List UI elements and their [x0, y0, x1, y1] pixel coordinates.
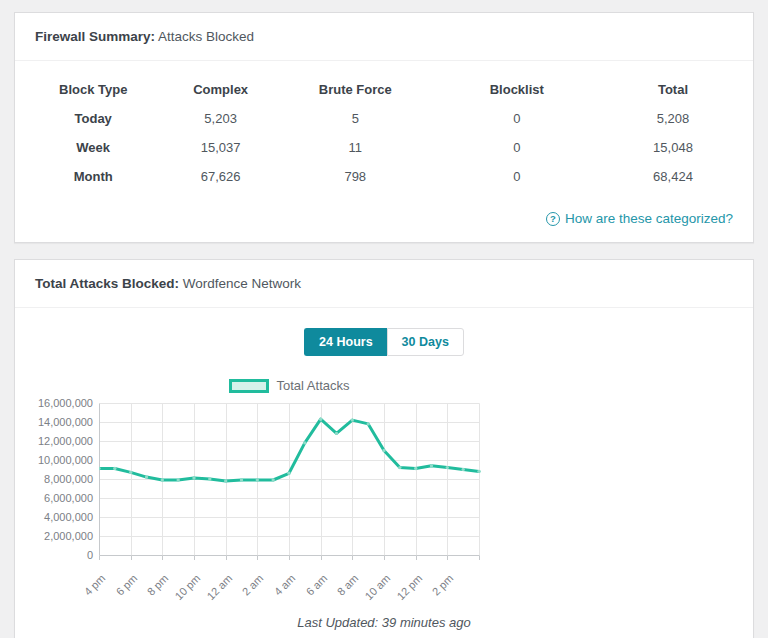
x-tick-label: 4 am: [259, 572, 297, 610]
y-tick-label: 10,000,000: [38, 454, 93, 466]
question-circle-icon: ?: [546, 212, 560, 226]
y-tick-label: 12,000,000: [38, 435, 93, 447]
last-updated-text: Last Updated: 39 minutes ago: [15, 615, 753, 630]
total-attacks-header: Total Attacks Blocked: Wordfence Network: [15, 260, 753, 308]
summary-table: Block TypeComplexBrute ForceBlocklistTot…: [25, 75, 743, 191]
summary-table-head-row: Block TypeComplexBrute ForceBlocklistTot…: [25, 75, 743, 104]
how-categorized-label: How are these categorized?: [565, 211, 733, 226]
firewall-summary-header: Firewall Summary: Attacks Blocked: [15, 13, 753, 61]
range-button-24-hours[interactable]: 24 Hours: [304, 328, 387, 356]
y-tick-label: 2,000,000: [44, 530, 93, 542]
x-tick-label: 2 am: [228, 572, 266, 610]
total-attacks-subtitle: Wordfence Network: [179, 276, 301, 291]
table-row: Month67,626798068,424: [25, 162, 743, 191]
help-row: ? How are these categorized?: [15, 193, 753, 242]
table-row: Week15,03711015,048: [25, 133, 743, 162]
y-tick-label: 6,000,000: [44, 492, 93, 504]
cell-value: 5,208: [603, 104, 743, 133]
cell-value: 11: [280, 133, 431, 162]
x-tick-label: 8 am: [323, 572, 361, 610]
firewall-summary-panel: Firewall Summary: Attacks Blocked Block …: [14, 12, 754, 243]
x-tick-label: 2 pm: [418, 572, 456, 610]
row-label: Week: [25, 133, 161, 162]
cell-value: 5: [280, 104, 431, 133]
y-tick-label: 4,000,000: [44, 511, 93, 523]
x-tick-label: 6 pm: [101, 572, 139, 610]
column-header: Complex: [161, 75, 279, 104]
column-header: Total: [603, 75, 743, 104]
firewall-summary-title: Firewall Summary:: [35, 29, 155, 44]
how-categorized-link[interactable]: ? How are these categorized?: [546, 211, 733, 226]
x-tick-label: 12 pm: [386, 572, 424, 610]
column-header: Blocklist: [431, 75, 603, 104]
x-tick-label: 10 am: [354, 572, 392, 610]
legend-label: Total Attacks: [277, 378, 350, 393]
x-tick-label: 6 am: [291, 572, 329, 610]
cell-value: 0: [431, 162, 603, 191]
firewall-summary-subtitle: Attacks Blocked: [155, 29, 254, 44]
y-tick-label: 8,000,000: [44, 473, 93, 485]
x-axis-labels: 4 pm6 pm8 pm10 pm12 am2 am4 am6 am8 am10…: [99, 565, 479, 611]
cell-value: 0: [431, 104, 603, 133]
x-tick-label: 8 pm: [133, 572, 171, 610]
cell-value: 67,626: [161, 162, 279, 191]
y-tick-label: 14,000,000: [38, 416, 93, 428]
row-label: Today: [25, 104, 161, 133]
cell-value: 798: [280, 162, 431, 191]
cell-value: 68,424: [603, 162, 743, 191]
x-tick-label: 4 pm: [69, 572, 107, 610]
legend-swatch: [229, 379, 269, 393]
y-axis-labels: 16,000,00014,000,00012,000,00010,000,000…: [27, 403, 99, 555]
range-button-30-days[interactable]: 30 Days: [387, 328, 464, 356]
y-tick-label: 0: [87, 549, 93, 561]
row-label: Month: [25, 162, 161, 191]
cell-value: 15,048: [603, 133, 743, 162]
cell-value: 0: [431, 133, 603, 162]
cell-value: 15,037: [161, 133, 279, 162]
plot-area: [99, 403, 481, 565]
range-toggle: 24 Hours30 Days: [15, 328, 753, 356]
attacks-chart: Total Attacks 16,000,00014,000,00012,000…: [27, 378, 753, 611]
summary-table-wrap: Block TypeComplexBrute ForceBlocklistTot…: [15, 61, 753, 193]
total-attacks-panel: Total Attacks Blocked: Wordfence Network…: [14, 259, 754, 638]
table-row: Today5,203505,208: [25, 104, 743, 133]
x-tick-label: 12 am: [196, 572, 234, 610]
chart-legend: Total Attacks: [99, 378, 479, 393]
y-tick-label: 16,000,000: [38, 397, 93, 409]
cell-value: 5,203: [161, 104, 279, 133]
total-attacks-title: Total Attacks Blocked:: [35, 276, 179, 291]
column-header: Block Type: [25, 75, 161, 104]
summary-table-body: Today5,203505,208Week15,03711015,048Mont…: [25, 104, 743, 191]
chart-body: 24 Hours30 Days Total Attacks 16,000,000…: [15, 308, 753, 638]
column-header: Brute Force: [280, 75, 431, 104]
plot-flex: 16,000,00014,000,00012,000,00010,000,000…: [27, 403, 753, 565]
line-chart-svg: [99, 403, 481, 561]
x-tick-label: 10 pm: [164, 572, 202, 610]
